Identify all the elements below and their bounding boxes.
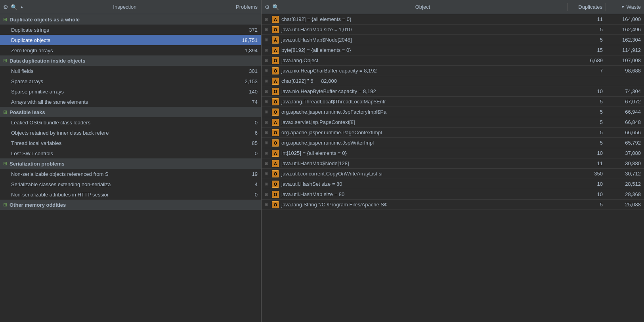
inspection-row-lost-swt[interactable]: Lost SWT controls 0 (0, 148, 261, 158)
object-duplicates: 6,689 (577, 57, 609, 63)
expand-icon[interactable]: ⊞ (265, 110, 270, 114)
object-row[interactable]: ⊞ O org.apache.jasper.runtime.JspWriterI… (262, 138, 644, 148)
type-badge-a: A (272, 119, 279, 126)
object-duplicates: 6 (310, 78, 319, 84)
object-waste: 107,008 (609, 57, 641, 63)
expand-icon[interactable]: ⊞ (265, 79, 270, 83)
expand-icon[interactable]: ⊞ (265, 130, 270, 135)
object-row[interactable]: ⊞ O java.util.HashSet size = 80 10 28,51… (262, 179, 644, 189)
type-badge-a: A (272, 36, 279, 44)
object-name: java.nio.HeapByteBuffer capacity = 8,192 (281, 88, 577, 94)
inspection-count: 0 (234, 192, 258, 198)
object-waste: 25,088 (609, 202, 641, 208)
inspection-label: Non-serializable objects referenced from… (11, 171, 234, 177)
inspection-row-duplicate-strings[interactable]: Duplicate strings 372 (0, 25, 261, 35)
expand-icon[interactable]: ⊞ (265, 192, 270, 196)
object-duplicates: 5 (577, 27, 609, 32)
expand-icon[interactable]: ⊞ (265, 38, 270, 42)
expand-icon[interactable]: ⊞ (265, 171, 270, 176)
object-row[interactable]: ⊞ A char[8192] " 6 82,000 (262, 76, 644, 86)
inspection-row-arrays-same-elements[interactable]: Arrays with all the same elements 74 (0, 97, 261, 107)
inspection-label: Lost SWT controls (11, 151, 234, 156)
object-duplicates: 10 (577, 181, 609, 187)
inspection-label: Duplicate objects (11, 37, 234, 43)
object-duplicates: 11 (577, 16, 609, 22)
inspection-count: 4 (234, 181, 258, 187)
object-row[interactable]: ⊞ A byte[8192] = {all elements = 0} 15 1… (262, 45, 644, 55)
right-gear-icon[interactable]: ⚙ (265, 4, 270, 10)
object-name: byte[8192] = {all elements = 0} (281, 47, 577, 53)
object-row[interactable]: ⊞ O java.util.HashMap size = 1,010 5 162… (262, 25, 644, 35)
category-row-duplicate-objects-whole[interactable]: ⊞ Duplicate objects as a whole (0, 14, 261, 25)
left-search-icon[interactable]: 🔍 (11, 4, 17, 10)
inspection-row-non-serializable-refs[interactable]: Non-serializable objects referenced from… (0, 169, 261, 179)
expand-icon[interactable]: ⊞ (265, 141, 270, 145)
waste-sort-arrow[interactable]: ▼ (621, 5, 625, 9)
inspection-count: 0 (234, 151, 258, 156)
object-row[interactable]: ⊞ O java.lang.String "/C:/Program Files/… (262, 200, 644, 210)
object-row[interactable]: ⊞ A char[8192] = {all elements = 0} 11 1… (262, 14, 644, 25)
object-row[interactable]: ⊞ O java.lang.Object 6,689 107,008 (262, 55, 644, 66)
category-row-other-memory-oddities[interactable]: ⊞ Other memory oddities (0, 200, 261, 210)
inspection-row-leaked-osgi[interactable]: Leaked OSGi bundle class loaders 0 (0, 117, 261, 128)
object-row[interactable]: ⊞ O java.lang.ThreadLocal$ThreadLocalMap… (262, 97, 644, 107)
object-row[interactable]: ⊞ A java.util.HashMap$Node[2048] 5 162,3… (262, 35, 644, 45)
object-duplicates: 7 (577, 68, 609, 74)
object-row[interactable]: ⊞ O java.nio.HeapByteBuffer capacity = 8… (262, 86, 644, 97)
expand-icon[interactable]: ⊞ (265, 120, 270, 124)
inspection-row-serializable-extending[interactable]: Serializable classes extending non-seria… (0, 179, 261, 189)
inspection-row-objects-inner-class[interactable]: Objects retained by inner class back ref… (0, 128, 261, 138)
object-row[interactable]: ⊞ A javax.servlet.jsp.PageContext[8] 5 6… (262, 117, 644, 128)
right-panel: ⚙ 🔍 Object Duplicates ▼ Waste ⊞ A char[8… (262, 0, 644, 322)
inspection-row-duplicate-objects[interactable]: Duplicate objects 18,751 (0, 35, 261, 45)
object-waste: 66,848 (609, 119, 641, 125)
type-badge-o: O (272, 170, 279, 177)
object-row[interactable]: ⊞ A java.util.HashMap$Node[128] 11 30,88… (262, 158, 644, 169)
inspection-row-non-serializable-http[interactable]: Non-serializable attributes in HTTP sess… (0, 189, 261, 200)
expand-icon[interactable]: ⊞ (265, 27, 270, 32)
type-badge-o: O (272, 98, 279, 105)
object-waste: 28,512 (609, 181, 641, 187)
category-row-data-duplication[interactable]: ⊞ Data duplication inside objects (0, 55, 261, 66)
inspection-row-zero-length-arrays[interactable]: Zero length arrays 1,894 (0, 45, 261, 55)
inspection-row-sparse-primitive-arrays[interactable]: Sparse primitive arrays 140 (0, 86, 261, 97)
expand-icon[interactable]: ⊞ (265, 58, 270, 63)
right-panel-header: ⚙ 🔍 Object Duplicates ▼ Waste (262, 0, 644, 14)
right-search-icon[interactable]: 🔍 (272, 4, 279, 10)
object-row[interactable]: ⊞ O org.apache.jasper.runtime.PageContex… (262, 128, 644, 138)
object-name: java.lang.ThreadLocal$ThreadLocalMap$Ent… (281, 99, 577, 105)
expand-icon[interactable]: ⊞ (265, 99, 270, 104)
expand-icon[interactable]: ⊞ (265, 69, 270, 73)
type-badge-o: O (272, 67, 279, 74)
expand-icon[interactable]: ⊞ (265, 161, 270, 166)
object-row[interactable]: ⊞ O java.util.HashMap size = 80 10 28,36… (262, 189, 644, 200)
object-row[interactable]: ⊞ O org.apache.jasper.runtime.JspFactory… (262, 107, 644, 117)
expand-icon[interactable]: ⊞ (265, 89, 270, 93)
category-row-serialization-problems[interactable]: ⊞ Serialization problems (0, 158, 261, 169)
object-waste: 30,712 (609, 171, 641, 177)
left-sort-arrow[interactable]: ▲ (20, 5, 24, 9)
inspection-row-thread-local[interactable]: Thread local variables 85 (0, 138, 261, 148)
object-duplicates: 10 (577, 191, 609, 197)
expand-icon[interactable]: ⊞ (265, 48, 270, 52)
inspection-row-null-fields[interactable]: Null fields 301 (0, 66, 261, 76)
object-row[interactable]: ⊞ O java.nio.HeapCharBuffer capacity = 8… (262, 66, 644, 76)
type-badge-o: O (272, 139, 279, 147)
object-waste: 74,304 (609, 88, 641, 94)
inspection-row-sparse-arrays[interactable]: Sparse arrays 2,153 (0, 76, 261, 86)
type-badge-o: O (272, 88, 279, 95)
category-row-possible-leaks[interactable]: ⊞ Possible leaks (0, 107, 261, 117)
expand-icon[interactable]: ⊞ (265, 151, 270, 155)
left-gear-icon[interactable]: ⚙ (3, 4, 8, 10)
type-badge-o: O (272, 129, 279, 136)
object-waste: 164,000 (609, 16, 641, 22)
expand-icon[interactable]: ⊞ (265, 182, 270, 186)
inspection-label: Sparse arrays (11, 78, 234, 84)
object-row[interactable]: ⊞ O java.util.concurrent.CopyOnWriteArra… (262, 169, 644, 179)
expand-icon[interactable]: ⊞ (265, 202, 270, 207)
expand-icon[interactable]: ⊞ (265, 17, 270, 21)
inspection-count: 6 (234, 130, 258, 136)
object-name: javax.servlet.jsp.PageContext[8] (281, 119, 577, 125)
object-row[interactable]: ⊞ A int[1025] = {all elements = 0} 10 37… (262, 148, 644, 158)
type-badge-a: A (272, 78, 279, 85)
